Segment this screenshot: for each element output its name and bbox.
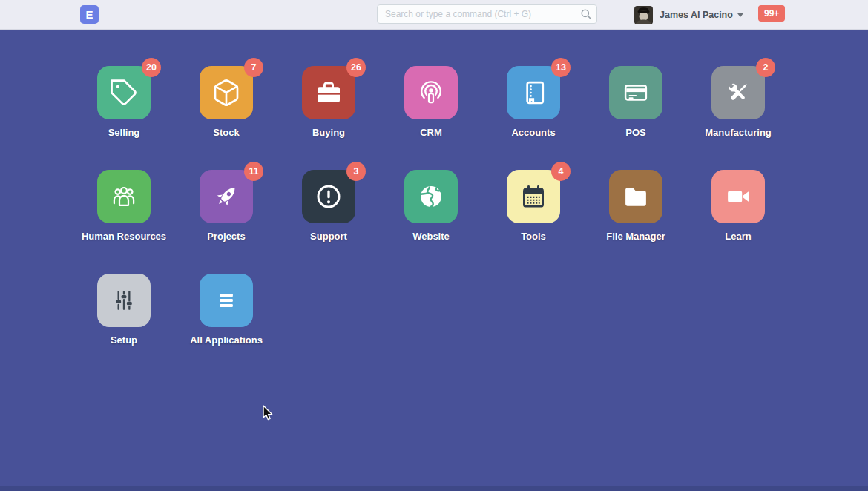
app-tile-learn[interactable] [711,170,765,223]
app-tile-file-manager[interactable] [609,170,662,223]
app-cell-projects: 11Projects [175,170,277,274]
notification-count-badge: 26 [346,58,366,77]
app-cell-setup: Setup [73,274,175,378]
menu-icon [211,286,241,315]
app-tile-projects[interactable]: 11 [200,170,253,223]
app-tile-selling[interactable]: 20 [97,66,151,119]
app-cell-buying: 26Buying [277,66,380,170]
rocket-icon [211,182,241,211]
app-label-pos: POS [625,127,645,138]
user-name: James Al Pacino [660,10,733,20]
app-cell-human-resources: Human Resources [73,170,175,274]
app-label-learn: Learn [725,231,751,242]
desktop-background: { "header": { "logo": "E", "search_place… [0,0,868,491]
box-icon [211,78,241,108]
chevron-down-icon [737,13,743,17]
alert-circle-icon [314,182,343,211]
app-tile-stock[interactable]: 7 [200,66,253,119]
user-menu[interactable]: James Al Pacino [634,5,743,24]
globe-icon [416,182,446,211]
search-input[interactable] [377,4,597,24]
global-search [377,4,597,24]
notification-count-badge: 20 [142,58,161,77]
app-label-support: Support [310,231,347,242]
mouse-cursor [262,405,273,421]
sliders-icon [109,286,139,315]
podcast-icon [416,78,446,108]
app-cell-selling: 20Selling [73,66,175,170]
app-cell-website: Website [380,170,482,274]
app-tile-buying[interactable]: 26 [302,66,355,119]
app-cell-stock: 7Stock [175,66,277,170]
briefcase-icon [314,78,343,108]
notification-count-badge: 4 [551,162,571,181]
app-label-projects: Projects [207,231,245,242]
app-tile-human-resources[interactable] [97,170,151,223]
notification-count-badge: 11 [244,162,263,181]
app-cell-manufacturing: 2Manufacturing [687,66,789,170]
app-label-website: Website [412,231,450,242]
folder-icon [621,182,651,211]
app-cell-crm: CRM [380,66,482,170]
app-tile-tools[interactable]: 4 [507,170,560,223]
app-cell-tools: 4Tools [482,170,585,274]
notification-count-badge: 7 [244,58,263,77]
avatar [634,6,653,24]
app-label-tools: Tools [521,231,546,242]
app-cell-accounts: 13Accounts [482,66,585,170]
app-cell-file-manager: File Manager [585,170,687,274]
app-tile-pos[interactable] [609,66,662,119]
app-cell-learn: Learn [687,170,789,274]
app-tile-crm[interactable] [404,66,458,119]
app-label-human-resources: Human Resources [82,231,166,242]
app-cell-all-applications: All Applications [175,274,277,378]
video-camera-icon [723,182,753,211]
app-label-stock: Stock [213,127,239,138]
notification-count-badge: 2 [756,58,775,77]
app-tile-support[interactable]: 3 [302,170,355,223]
app-tile-setup[interactable] [97,274,151,327]
app-label-accounts: Accounts [511,127,555,138]
credit-card-icon [621,78,651,108]
app-tile-all-applications[interactable] [200,274,253,327]
app-label-setup: Setup [111,335,137,346]
app-label-manufacturing: Manufacturing [705,127,772,138]
tag-icon [109,78,139,108]
people-icon [109,182,139,211]
bottom-edge-strip [0,486,868,491]
app-label-buying: Buying [312,127,345,138]
wrench-screwdriver-icon [723,78,753,108]
app-tile-website[interactable] [404,170,458,223]
notification-count-badge: 13 [551,58,571,77]
app-label-selling: Selling [108,127,140,138]
app-cell-pos: POS [585,66,687,170]
app-grid: 20Selling7Stock26BuyingCRM13AccountsPOS2… [73,66,789,378]
app-label-file-manager: File Manager [606,231,665,242]
notification-count-badge: 3 [346,162,366,181]
app-logo[interactable]: E [80,5,99,24]
search-icon [580,8,592,20]
calendar-icon [519,182,548,211]
app-label-crm: CRM [420,127,442,138]
ledger-icon [519,78,548,108]
app-tile-accounts[interactable]: 13 [507,66,560,119]
top-navbar: E James Al Pacino 99+ [0,0,868,30]
app-tile-manufacturing[interactable]: 2 [711,66,765,119]
notifications-badge[interactable]: 99+ [758,5,785,22]
app-cell-support: 3Support [277,170,380,274]
app-label-all-applications: All Applications [190,335,263,346]
